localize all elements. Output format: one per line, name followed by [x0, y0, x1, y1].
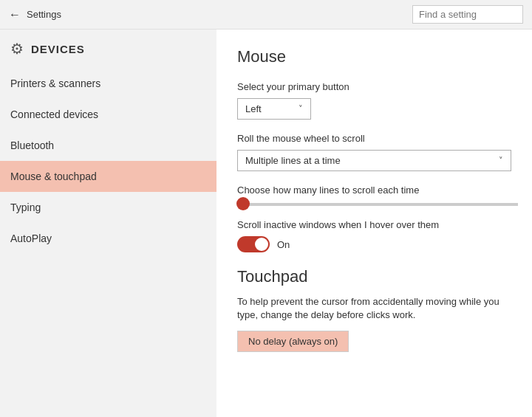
sidebar-item-mouse[interactable]: Mouse & touchpad: [0, 161, 216, 192]
scroll-dropdown[interactable]: Multiple lines at a time ˅: [237, 150, 511, 171]
sidebar-header: ⚙ DEVICES: [0, 30, 216, 68]
chevron-down-icon-2: ˅: [499, 156, 503, 165]
find-setting-input[interactable]: [412, 5, 523, 24]
sidebar-item-autoplay[interactable]: AutoPlay: [0, 223, 216, 254]
primary-button-label: Select your primary button: [237, 81, 511, 92]
sidebar-title: DEVICES: [31, 43, 85, 55]
scroll-lines-label: Choose how many lines to scroll each tim…: [237, 185, 511, 196]
back-arrow-icon[interactable]: ←: [9, 8, 21, 21]
gear-icon: ⚙: [10, 40, 24, 58]
content-area: Mouse Select your primary button Left ˅ …: [216, 30, 532, 417]
settings-label: Settings: [27, 9, 61, 20]
title-bar: ← Settings: [0, 0, 532, 30]
slider-track: [237, 203, 518, 206]
scroll-lines-slider[interactable]: [237, 203, 511, 206]
inactive-scroll-toggle[interactable]: [237, 236, 270, 252]
scroll-label: Roll the mouse wheel to scroll: [237, 133, 511, 144]
sidebar-item-printers[interactable]: Printers & scanners: [0, 68, 216, 99]
sidebar-item-connected[interactable]: Connected devices: [0, 99, 216, 130]
toggle-on-label: On: [277, 239, 290, 250]
scroll-value: Multiple lines at a time: [245, 155, 341, 166]
sidebar: ⚙ DEVICES Printers & scanners Connected …: [0, 30, 216, 417]
touchpad-description: To help prevent the cursor from accident…: [237, 295, 511, 322]
inactive-scroll-toggle-row: On: [237, 236, 511, 252]
primary-button-value: Left: [245, 103, 262, 114]
no-delay-button[interactable]: No delay (always on): [237, 331, 349, 352]
main-layout: ⚙ DEVICES Printers & scanners Connected …: [0, 30, 532, 417]
chevron-down-icon: ˅: [299, 104, 303, 114]
mouse-title: Mouse: [237, 47, 511, 66]
primary-button-dropdown[interactable]: Left ˅: [237, 98, 311, 120]
toggle-knob: [255, 238, 268, 251]
touchpad-title: Touchpad: [237, 267, 511, 286]
sidebar-item-typing[interactable]: Typing: [0, 192, 216, 223]
touchpad-section: Touchpad To help prevent the cursor from…: [237, 267, 511, 352]
mouse-section: Mouse Select your primary button Left ˅ …: [237, 47, 511, 252]
sidebar-item-bluetooth[interactable]: Bluetooth: [0, 130, 216, 161]
inactive-scroll-label: Scroll inactive windows when I hover ove…: [237, 219, 511, 230]
slider-thumb[interactable]: [236, 197, 250, 210]
